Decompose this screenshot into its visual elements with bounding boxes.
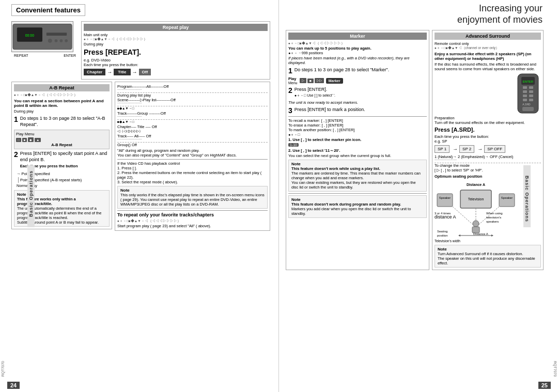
to-recall: To recall a marker: [ , ] [ENTER]	[288, 118, 427, 123]
off-button[interactable]: Off	[139, 69, 151, 75]
repeat-play-header: Repeat play	[84, 24, 268, 31]
marker-icon: Marker	[326, 78, 343, 84]
during-play-label: During play	[84, 42, 268, 46]
adv-symbol: ●＋－□■◆▲▼◁（channel or over only）	[435, 46, 541, 51]
svg-rect-16	[529, 95, 533, 97]
to-mark-another: To mark another position: [ , ] [ENTER]	[288, 128, 427, 132]
page-left: Basic Operations Convenient features 00:…	[0, 0, 279, 392]
symbol4: ◁（◁◁▷▷▷▷）	[117, 129, 268, 134]
svg-point-7	[65, 39, 68, 42]
group-off: Group() Off	[117, 143, 268, 147]
track-line: Track--------Group ---------Off	[117, 111, 268, 116]
menu-btn1: □	[16, 138, 21, 142]
svg-rect-13	[523, 90, 527, 93]
next-group: You can select the next group when the c…	[288, 153, 427, 158]
televisions-width: Television's width	[435, 239, 541, 243]
page-title: Increasing your enjoyment of movies	[457, 3, 542, 25]
svg-text:Seating: Seating	[437, 230, 447, 233]
sp-labels: 1 (Natural)→ 2 (Emphasized)→ OFF (Cancel…	[435, 154, 541, 159]
marker-step2: 2 Press [ENTER]. ●＋－□ Use [ ] to select'…	[288, 87, 427, 98]
side-label-left: Basic Operations	[27, 165, 35, 227]
convenient-features-title: Convenient features	[11, 4, 85, 16]
svg-text:When using: When using	[486, 212, 503, 215]
svg-rect-24	[437, 194, 453, 207]
page-number-right: 25	[538, 382, 551, 389]
repeat-note-box: Note This only works if the disc's elaps…	[117, 186, 268, 209]
enjoy-text: Enjoy a surround-like effect with 2 spea…	[435, 52, 541, 61]
each-time-asrd: Each time you press the button:	[435, 134, 541, 139]
symbol-bottom: ●＋－□■◆▲▼－◁（◁◁◁▷▷▷▷）	[117, 219, 268, 224]
seating-diagram: Distance A Television Speaker Speaker	[435, 181, 541, 243]
play-control-buttons: ▷ ■ ▷▷	[300, 78, 324, 83]
title-button[interactable]: Title	[114, 69, 130, 75]
press-asrd: Press [A.SRD].	[435, 127, 541, 133]
ab-during-play: During play	[14, 109, 110, 114]
marker-note-box2: Note This feature doesn't work during pr…	[288, 195, 427, 218]
content-note: You can also repeat play of "Content" an…	[117, 153, 268, 158]
svg-text:television's: television's	[486, 216, 501, 219]
repeat-symbol-line: ●＋－□■◆▲▼－◁（◁◁◁▷▷▷▷）	[84, 37, 268, 42]
dotted1: ˉˉˉˉˉˉˉˉˉˉˉˉˉˉˉˉˉˉˉˉˉˉ	[117, 89, 268, 93]
remote-control-only: Remote control only	[435, 41, 541, 46]
eg-sp: e.g. SP	[435, 139, 541, 144]
sp-off-button[interactable]: SP OFF	[484, 145, 505, 153]
marker-step1: 1 Do steps 1 to 3 on page 28 to select "…	[288, 67, 427, 74]
menu-btn3: ◆	[28, 137, 34, 142]
marker-symbol: ●＋－□■◆▲▼◁（◁◁▷▷▷▷）	[288, 41, 427, 46]
svg-marker-41	[458, 234, 460, 237]
adv-note-box: Note Turn Advanced Surround off if it ca…	[435, 245, 541, 268]
remote-control-image: ENTER A.SRD	[515, 73, 541, 114]
to-repeat-title: To repeat only your favorite tracks/chap…	[117, 212, 268, 217]
svg-rect-18	[529, 99, 533, 101]
ab-symbol: ●＋－□■◆▲▼－◁（◁◁◁▷▷▷▷）	[14, 93, 110, 98]
svg-text:Distance A: Distance A	[467, 183, 485, 186]
svg-text:distance A: distance A	[435, 214, 456, 219]
play-menu-area: Play Menu □ ■ ◆ ▲ A-B Repeat	[14, 130, 110, 149]
dotted2: ˉˉˉˉˉˉˉˉˉˉˉˉˉˉˉˉˉˉˉˉˉˉ	[117, 102, 268, 106]
remote-area: ENTER A.SRD	[435, 73, 541, 114]
svg-point-5	[55, 39, 58, 42]
svg-text:Television: Television	[468, 197, 484, 201]
rqt-right: RQT7070	[553, 361, 557, 377]
svg-text:00:00: 00:00	[25, 34, 34, 37]
svg-text:Distance A: Distance A	[473, 232, 488, 236]
sp-buttons-row: SP 1 → SP 2 → SP OFF	[435, 145, 541, 153]
menu-btn2: ■	[22, 138, 27, 142]
unit-ready: The unit is now ready to accept markers.	[288, 100, 427, 105]
eg-dvd: e.g. DVD-Video	[84, 58, 268, 62]
svg-rect-11	[523, 86, 527, 89]
svg-rect-26	[499, 194, 515, 207]
if-places: If places have been marked (e.g., with a…	[288, 56, 427, 65]
step2: 2. Press the numbered buttons on the rem…	[117, 170, 268, 180]
marker-header: Marker	[288, 33, 427, 40]
track-all-line: Track----- All----- Off	[117, 134, 268, 138]
svg-line-29	[453, 207, 476, 227]
svg-point-31	[473, 221, 479, 227]
if-disc: If the disc has surround effects, the ef…	[435, 62, 541, 71]
to-erase: To erase a marker: [ , ] [ENTER]	[288, 123, 427, 128]
chapter-button[interactable]: Chapter	[84, 69, 105, 75]
marker-step3: 3 Press [ENTER] to mark a position.	[288, 107, 427, 114]
symbol3: ■◆▲▼－□	[117, 120, 268, 124]
menu-btn4: ▲	[35, 138, 41, 142]
enter-label: ENTER	[64, 54, 76, 57]
if-video-cd: If the Video CD has playback control	[117, 161, 268, 166]
press-repeat-text: Press [REPEAT].	[84, 48, 268, 56]
page-right: Basic Operations Increasing your enjoyme…	[279, 0, 558, 392]
marker-note-box: Note This feature doesn't work while usi…	[288, 160, 427, 192]
preparation: Preparation	[435, 116, 541, 120]
step3: 3. Select the repeat mode ( above).	[117, 180, 268, 184]
svg-text:ENTER: ENTER	[523, 80, 534, 83]
each-time-repeat: Each time you press the button:	[84, 62, 268, 67]
svg-text:speakers: speakers	[486, 220, 499, 223]
svg-point-4	[48, 39, 52, 43]
sp2-button[interactable]: SP 2	[459, 145, 474, 153]
svg-rect-3	[47, 33, 67, 36]
chapter-line: Chapter---- Title ---- Off	[117, 124, 268, 129]
svg-text:A.SRD: A.SRD	[522, 103, 531, 106]
svg-point-6	[59, 39, 63, 42]
scene-line: Scene---------▷Play list-----------Off	[117, 98, 268, 102]
main-unit-only: Main unit only	[84, 33, 268, 37]
sp1-button[interactable]: SP 1	[435, 145, 450, 153]
mark-up-to: You can mark up to 5 positions to play a…	[288, 46, 427, 51]
